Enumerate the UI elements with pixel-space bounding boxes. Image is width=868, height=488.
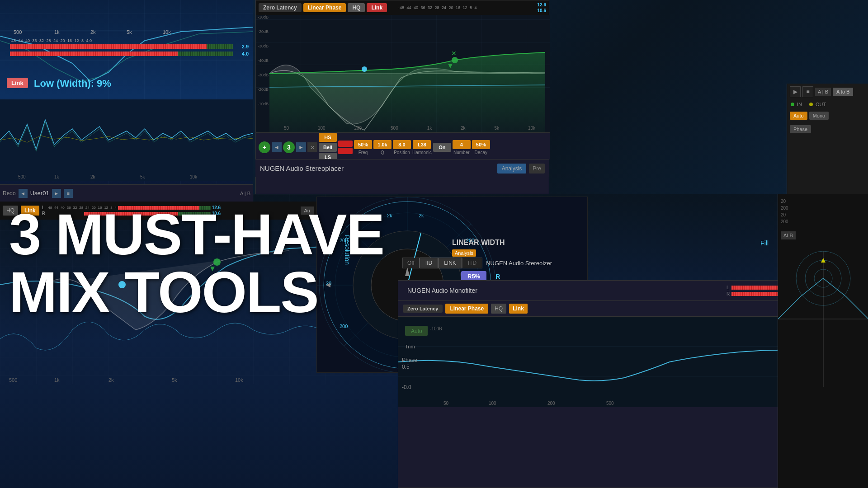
transport-row: ▶ ■ A | B A to B	[787, 84, 868, 100]
svg-text:500: 500	[606, 401, 614, 406]
plugin-band-controls: + ◄ 3 ► ✕ HS Bell LS 50% Freq 1.0k Q 8.0…	[256, 132, 550, 160]
stereoizer-name: NUGEN Audio Stereoizer	[486, 260, 552, 267]
harmonic-value-button[interactable]: L38	[413, 140, 431, 149]
play-button[interactable]: ▶	[790, 86, 801, 97]
freq-value-button[interactable]: 50%	[354, 140, 372, 149]
position-col: 8.0 Position	[393, 140, 411, 155]
mono-hq-button[interactable]: HQ	[491, 304, 506, 314]
svg-text:0.5: 0.5	[402, 364, 410, 370]
svg-text:-0.0: -0.0	[402, 384, 411, 390]
preset-name: User01	[30, 190, 49, 197]
main-eq-svg: ✕	[256, 15, 550, 132]
on-button[interactable]: On	[433, 143, 451, 152]
io-row: IN OUT	[787, 100, 868, 109]
svg-point-9	[452, 57, 458, 63]
number-value-button[interactable]: 4	[453, 140, 471, 149]
svg-text:50: 50	[443, 401, 449, 406]
svg-text:-10dB: -10dB	[430, 326, 442, 331]
auto-button[interactable]: Auto	[790, 112, 807, 120]
topleft-meter-area: -48 -44 -40 -36 -32 -28 -24 -20 -16 -12 …	[5, 38, 249, 58]
mono-r-label: R	[726, 291, 730, 296]
topleft-meter-scale: -48 -44 -40 -36 -32 -28 -24 -20 -16 -12 …	[5, 38, 249, 43]
topleft-waveform-area: 500 1k 2k 5k 10k	[0, 99, 253, 181]
decay-label: Decay	[475, 150, 487, 155]
harmonic-col: L38 Harmonic	[412, 140, 432, 155]
svg-text:2k: 2k	[419, 213, 424, 218]
off-mode-button[interactable]: Off	[402, 258, 420, 268]
mode-buttons-row: Off IID LINK ITD NUGEN Audio Stereoizer	[402, 258, 552, 268]
number-label: Number	[453, 150, 470, 155]
freq-label: Freq	[359, 150, 368, 155]
svg-text:1k: 1k	[54, 174, 60, 179]
prev-preset-button[interactable]: ◄	[19, 189, 28, 198]
auto-mono-row: Auto Mono	[787, 109, 868, 122]
red-btn-1[interactable]	[338, 141, 353, 147]
analysis-badge-container: Analysis	[452, 249, 476, 257]
bell-button[interactable]: Bell	[319, 143, 337, 152]
meter-l-container: 2.9	[10, 44, 249, 49]
svg-text:5k: 5k	[172, 377, 177, 383]
svg-text:2k: 2k	[387, 213, 392, 218]
hs-button[interactable]: HS	[319, 133, 337, 142]
prev-band-button[interactable]: ◄	[272, 142, 282, 152]
meter-l-fill	[10, 44, 207, 49]
main-meter-l-val: 12.6	[538, 2, 546, 7]
ai-b-button[interactable]: AI B	[781, 231, 796, 239]
freq-col: 50% Freq	[354, 140, 372, 155]
mono-link-button[interactable]: Link	[509, 304, 528, 314]
link-mode-button[interactable]: LINK	[438, 258, 462, 268]
decay-value-button[interactable]: 50%	[472, 140, 490, 149]
topleft-waveform-svg: 500 1k 2k 5k 10k	[0, 99, 253, 181]
q-value-button[interactable]: 1.0k	[373, 140, 392, 149]
mono-button[interactable]: Mono	[809, 112, 829, 120]
redo-label: Redo	[3, 190, 16, 197]
itd-mode-button[interactable]: ITD	[462, 258, 482, 268]
main-plugin-name: NUGEN Audio Stereoplacer	[260, 164, 344, 172]
record-button[interactable]: ■	[802, 86, 813, 97]
fill-label: Fill	[760, 239, 769, 247]
q-col: 1.0k Q	[373, 140, 392, 155]
link-button-main[interactable]: Link	[367, 3, 387, 12]
position-label: Position	[394, 150, 410, 155]
mono-linear-phase-button[interactable]: Linear Phase	[445, 304, 488, 314]
svg-text:500: 500	[9, 377, 17, 383]
r-label: R	[495, 273, 500, 280]
linear-phase-button-top[interactable]: Linear Phase	[303, 3, 346, 12]
zero-latency-button[interactable]: Zero Latency	[259, 3, 302, 12]
in-label: IN	[797, 102, 802, 107]
pre-button[interactable]: Pre	[529, 164, 545, 174]
svg-text:Auto: Auto	[411, 328, 422, 334]
hq-button[interactable]: HQ	[348, 3, 365, 12]
svg-text:10k: 10k	[235, 377, 243, 383]
ai-b-row: AI B	[778, 229, 868, 242]
svg-text:2k: 2k	[90, 174, 96, 179]
svg-text:500: 500	[18, 174, 26, 179]
number-col: 4 Number	[453, 140, 471, 155]
analysis-badge: Analysis	[452, 249, 476, 257]
close-band-button[interactable]: ✕	[307, 142, 317, 152]
eq-freq-labels: 50 100 200 500 1k 2k 5k 10k	[269, 126, 550, 131]
next-preset-button[interactable]: ►	[52, 189, 61, 198]
analysis-button[interactable]: Analysis	[497, 164, 527, 174]
phase-button[interactable]: Phase	[790, 125, 811, 133]
position-value-button[interactable]: 8.0	[393, 140, 411, 149]
atob-button[interactable]: A to B	[833, 88, 853, 96]
plugin-header: Zero Latency Linear Phase HQ Link -48 -4…	[256, 0, 549, 15]
decay-col: 50% Decay	[472, 140, 490, 155]
preset-menu-button[interactable]: ≡	[64, 189, 73, 198]
svg-text:200: 200	[340, 324, 348, 329]
red-buttons-col	[338, 141, 353, 154]
plugin-name-buttons: Analysis Pre	[497, 164, 545, 174]
add-band-button[interactable]: +	[259, 141, 270, 153]
monofilter-name: NUGEN Audio Monofilter	[403, 283, 482, 298]
out-label: OUT	[816, 102, 826, 107]
iid-mode-button[interactable]: IID	[420, 258, 438, 268]
mono-zero-latency-button[interactable]: Zero Latency	[403, 305, 443, 313]
ab-button[interactable]: A | B	[815, 88, 831, 96]
red-btn-2[interactable]	[338, 148, 353, 154]
meter-l-value: 2.9	[235, 44, 249, 49]
topleft-link-button[interactable]: Link	[7, 78, 28, 88]
topleft-width-display: Low (Width): 9%	[34, 78, 111, 89]
svg-text:10k: 10k	[190, 174, 198, 179]
next-band-button[interactable]: ►	[296, 142, 306, 152]
